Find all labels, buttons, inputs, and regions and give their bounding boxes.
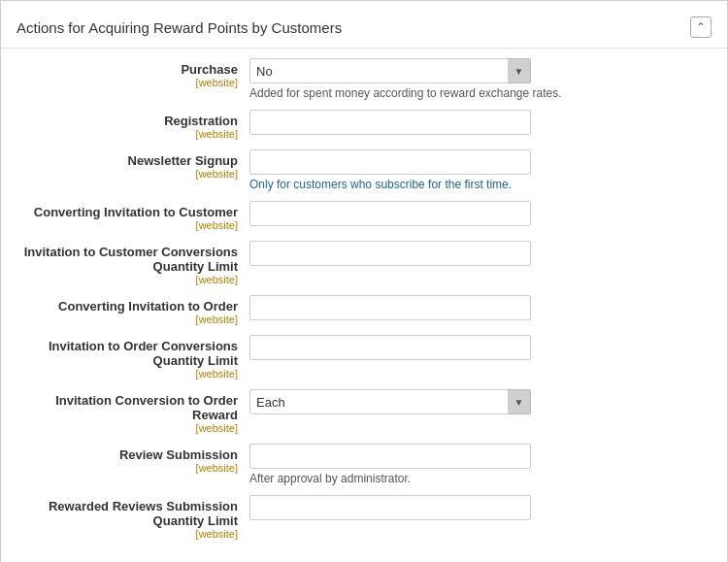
label-sub-converting_invitation_to_customer: [website] <box>17 219 238 231</box>
select-purchase[interactable]: NoYes <box>249 58 531 83</box>
label-group-registration: Registration[website] <box>17 110 249 140</box>
label-sub-converting_invitation_to_order: [website] <box>17 314 238 325</box>
collapse-button[interactable]: ⌃ <box>690 17 711 38</box>
control-group-invitation_order_quantity_limit <box>249 335 711 360</box>
form-row-newsletter_signup: Newsletter Signup[website]Only for custo… <box>17 149 711 191</box>
collapse-icon: ⌃ <box>696 20 706 34</box>
control-group-review_submission: After approval by administrator. <box>249 444 711 485</box>
label-group-converting_invitation_to_order: Converting Invitation to Order[website] <box>17 295 249 325</box>
control-group-purchase: NoYes▼Added for spent money according to… <box>249 58 711 100</box>
control-group-invitation_customer_quantity_limit <box>249 241 711 266</box>
label-sub-invitation_conversion_order_reward: [website] <box>17 422 238 434</box>
page-header: Actions for Acquiring Reward Points by C… <box>1 11 727 49</box>
label-invitation_order_quantity_limit: Invitation to Order Conversions Quantity… <box>17 339 238 368</box>
label-converting_invitation_to_customer: Converting Invitation to Customer <box>17 205 238 219</box>
label-sub-invitation_order_quantity_limit: [website] <box>17 368 238 380</box>
label-registration: Registration <box>17 114 238 128</box>
control-group-converting_invitation_to_customer <box>249 201 711 226</box>
form-row-review_submission: Review Submission[website]After approval… <box>17 444 711 485</box>
label-purchase: Purchase <box>17 62 238 77</box>
control-group-newsletter_signup: Only for customers who subscribe for the… <box>249 149 711 191</box>
label-invitation_conversion_order_reward: Invitation Conversion to Order Reward <box>17 393 238 422</box>
input-converting_invitation_to_order[interactable] <box>249 295 531 320</box>
control-group-converting_invitation_to_order <box>249 295 711 320</box>
control-group-rewarded_reviews_quantity_limit <box>249 495 711 520</box>
label-sub-newsletter_signup: [website] <box>17 168 238 180</box>
label-group-review_submission: Review Submission[website] <box>17 444 249 474</box>
label-group-newsletter_signup: Newsletter Signup[website] <box>17 149 249 180</box>
label-newsletter_signup: Newsletter Signup <box>17 153 238 168</box>
input-invitation_customer_quantity_limit[interactable] <box>249 241 531 266</box>
hint-purchase: Added for spent money according to rewar… <box>249 86 711 100</box>
label-converting_invitation_to_order: Converting Invitation to Order <box>17 299 238 314</box>
control-group-invitation_conversion_order_reward: EachFirst▼ <box>249 389 711 414</box>
form-section: Purchase[website]NoYes▼Added for spent m… <box>1 54 727 553</box>
input-registration[interactable] <box>249 110 531 135</box>
form-row-converting_invitation_to_order: Converting Invitation to Order[website] <box>17 295 711 325</box>
label-sub-rewarded_reviews_quantity_limit: [website] <box>17 528 238 540</box>
form-row-invitation_conversion_order_reward: Invitation Conversion to Order Reward[we… <box>17 389 711 434</box>
page-container: Actions for Acquiring Reward Points by C… <box>0 0 728 562</box>
label-sub-invitation_customer_quantity_limit: [website] <box>17 274 238 285</box>
label-group-invitation_customer_quantity_limit: Invitation to Customer Conversions Quant… <box>17 241 249 285</box>
select-wrapper-purchase: NoYes▼ <box>249 58 531 83</box>
label-invitation_customer_quantity_limit: Invitation to Customer Conversions Quant… <box>17 245 238 274</box>
input-newsletter_signup[interactable] <box>249 149 531 175</box>
input-converting_invitation_to_customer[interactable] <box>249 201 531 226</box>
control-group-registration <box>249 110 711 135</box>
label-group-invitation_order_quantity_limit: Invitation to Order Conversions Quantity… <box>17 335 249 380</box>
form-row-registration: Registration[website] <box>17 110 711 140</box>
hint-review_submission: After approval by administrator. <box>249 472 711 485</box>
form-row-invitation_customer_quantity_limit: Invitation to Customer Conversions Quant… <box>17 241 711 285</box>
input-invitation_order_quantity_limit[interactable] <box>249 335 531 360</box>
label-group-invitation_conversion_order_reward: Invitation Conversion to Order Reward[we… <box>17 389 249 434</box>
label-sub-purchase: [website] <box>17 77 238 88</box>
select-wrapper-invitation_conversion_order_reward: EachFirst▼ <box>249 389 531 414</box>
input-rewarded_reviews_quantity_limit[interactable] <box>249 495 531 520</box>
label-group-purchase: Purchase[website] <box>17 58 249 88</box>
label-group-rewarded_reviews_quantity_limit: Rewarded Reviews Submission Quantity Lim… <box>17 495 249 540</box>
label-group-converting_invitation_to_customer: Converting Invitation to Customer[websit… <box>17 201 249 231</box>
form-row-converting_invitation_to_customer: Converting Invitation to Customer[websit… <box>17 201 711 231</box>
form-row-invitation_order_quantity_limit: Invitation to Order Conversions Quantity… <box>17 335 711 380</box>
select-invitation_conversion_order_reward[interactable]: EachFirst <box>249 389 531 414</box>
form-row-purchase: Purchase[website]NoYes▼Added for spent m… <box>17 58 711 100</box>
input-review_submission[interactable] <box>249 444 531 469</box>
label-sub-registration: [website] <box>17 128 238 140</box>
page-title: Actions for Acquiring Reward Points by C… <box>17 19 342 36</box>
form-row-rewarded_reviews_quantity_limit: Rewarded Reviews Submission Quantity Lim… <box>17 495 711 540</box>
label-sub-review_submission: [website] <box>17 462 238 474</box>
hint-newsletter_signup: Only for customers who subscribe for the… <box>249 178 711 191</box>
label-review_submission: Review Submission <box>17 447 238 462</box>
label-rewarded_reviews_quantity_limit: Rewarded Reviews Submission Quantity Lim… <box>17 499 238 528</box>
